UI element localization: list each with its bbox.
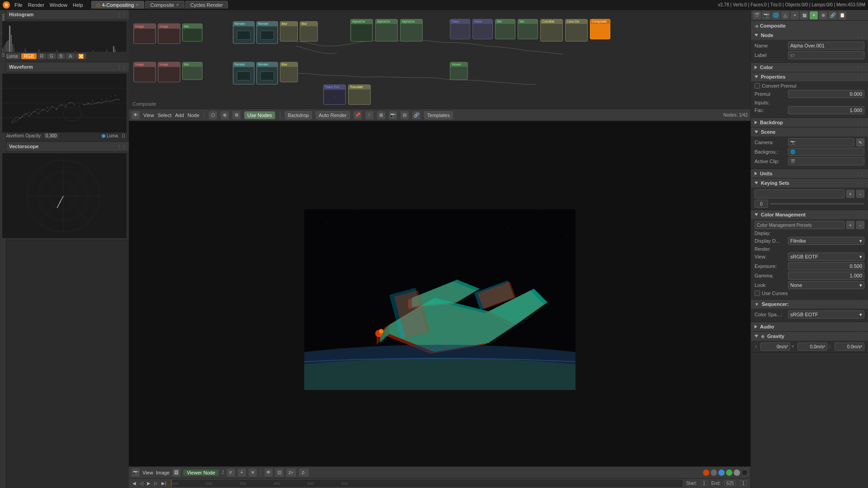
rp-sequencer-header[interactable]: ▼ Sequencer: ⋮⋮ [751,300,868,309]
toolbar-icon-link[interactable]: 🔗 [412,111,420,119]
timeline-next[interactable]: ▷ [154,481,158,486]
mini-node-16[interactable]: Lens Dis [565,19,588,42]
rp-properties-header[interactable]: Properties ⋮⋮ [751,72,868,81]
menu-file[interactable]: File [14,2,23,8]
rp-look-select[interactable]: None ▾ [788,281,864,289]
toolbar-node-label[interactable]: Node [188,113,199,118]
mini-node-r2-6[interactable]: Blur [280,62,298,82]
rp-backdrop-more[interactable]: ⋮⋮ [855,120,864,125]
timeline-scrubber[interactable]: 100 200 300 400 500 600 [170,480,683,487]
rp-icon-mat[interactable]: ⚬ [791,11,799,19]
viewer-color-black[interactable] [741,469,748,476]
rp-keying-input[interactable] [755,189,844,198]
toolbar-view-icon[interactable]: 👁 [132,111,140,119]
mini-node-r2-9[interactable]: Viewer [450,62,468,80]
rp-sequencer-more[interactable]: ⋮⋮ [855,302,864,307]
rp-gravity-more[interactable]: ⋮⋮ [855,334,864,339]
templates-btn[interactable]: Templates [424,111,453,119]
tab-cycles[interactable]: Cycles Render [185,1,228,9]
mini-node-14[interactable]: Mix [518,19,538,39]
timeline-frame-start[interactable]: 1 [701,480,708,486]
rp-fac-value[interactable]: 1.000 [788,106,864,114]
rp-keying-value[interactable]: 0 [755,200,768,208]
rp-camera-edit[interactable]: ✎ [856,138,864,146]
viewer-icon-close[interactable]: ✕ [249,469,257,477]
rp-scene-header[interactable]: Scene ⋮⋮ [751,127,868,136]
mini-node-3[interactable]: Mix [182,23,203,42]
vectorscope-header[interactable]: Vectorscope ⋮⋮ [0,142,129,151]
rp-audio-more[interactable]: ⋮⋮ [855,324,864,329]
rp-gamma-value[interactable]: 1.000 [788,272,864,280]
rp-convert-premul-checkbox[interactable] [755,83,760,89]
tab-compositing[interactable]: ⬡ 4-Compositing ✕ [91,1,145,9]
mini-node-11[interactable]: Glare [450,19,470,39]
viewer-icon-view2[interactable]: 👁 [264,469,273,477]
rp-icon-obj[interactable]: △ [781,11,789,19]
rp-gravity-y-value[interactable]: 0.0m/s² [797,343,827,351]
mini-node-15[interactable]: ColorBal [540,19,563,42]
waveform-arrows[interactable]: ⟨⟩ [122,133,125,139]
viewer-icon-add[interactable]: + [238,469,246,477]
rp-background-value[interactable]: 🌐 [788,148,864,156]
rp-cm-more[interactable]: ⋮⋮ [855,212,864,217]
rp-units-more[interactable]: ⋮⋮ [855,171,864,176]
mini-node-r2-2[interactable]: Image [158,62,180,82]
mini-node-10[interactable]: AlphaOvr [400,19,423,42]
rp-gravity-z-value[interactable]: 0.0m/s² [835,343,864,351]
vectorscope-more[interactable]: ⋮⋮ [117,144,126,149]
mini-node-r2-4[interactable]: Render [233,62,255,84]
timeline-play[interactable]: ▶ [147,481,151,486]
timeline-current-frame[interactable]: 1 [740,480,747,486]
rp-props-more[interactable]: ⋮⋮ [855,75,864,80]
mini-node-7[interactable]: Blur [300,21,318,42]
viewer-icon-z1[interactable]: Z+ [286,469,296,477]
rp-icon-constraint[interactable]: 🔗 [829,11,837,19]
viewer-image-label[interactable]: Image [156,470,170,475]
rp-cm-presets-add[interactable]: + [846,221,854,229]
rp-display-d-select[interactable]: Filmlke ▾ [788,237,864,245]
rp-color-more[interactable]: ⋮⋮ [855,65,864,70]
timeline-end[interactable]: ▶| [161,481,166,486]
toolbar-view-label[interactable]: View [143,113,154,118]
rp-camera-value[interactable]: 📷 [788,138,854,146]
rp-node-more[interactable]: ⋮⋮ [855,33,864,38]
mini-node-1[interactable]: Image [133,23,156,44]
rp-keying-slider[interactable] [770,203,864,205]
mini-node-r2-7[interactable]: Track Pos + [323,84,346,105]
mini-node-r2-8[interactable]: Translate [348,84,371,105]
waveform-luma-btn[interactable]: Luma [102,133,118,138]
toolbar-icon-snap[interactable]: ⊞ [377,111,385,119]
auto-render-btn[interactable]: Auto Render [316,111,350,119]
rp-scene-more[interactable]: ⋮⋮ [855,130,864,135]
rp-active-clip-value[interactable]: 🎬 [788,157,864,165]
rp-icon-render[interactable]: 📷 [762,11,770,19]
rp-gravity-x-value[interactable]: 0m/s² [760,343,790,351]
mini-node-2[interactable]: Image [158,23,180,44]
timeline-prev[interactable]: ◁ [140,481,143,486]
mini-node-r2-3[interactable]: Mix [182,62,203,80]
viewer-icon-type[interactable]: 🖼 [172,469,180,477]
use-nodes-btn[interactable]: Use Nodes [244,111,275,119]
menu-help[interactable]: Help [73,2,83,8]
viewer-icon-f[interactable]: F [227,469,235,477]
viewer-view-label[interactable]: View [142,470,153,475]
mini-node-composite[interactable]: Composite [590,19,610,39]
rp-use-curves-checkbox[interactable] [755,291,760,296]
mini-node-4[interactable]: Render [233,21,255,44]
menu-window[interactable]: Window [50,2,67,8]
viewer-icon-z2[interactable]: Z- [299,469,309,477]
rp-icon-world[interactable]: 🌐 [772,11,780,19]
hist-tab-r[interactable]: R [38,53,46,59]
toolbar-select-label[interactable]: Select [158,113,172,118]
rp-exposure-value[interactable]: 0.500 [788,262,864,270]
menu-render[interactable]: Render [28,2,44,8]
rp-node-name-value[interactable]: Alpha Over.001 [788,42,864,50]
rp-icon-physics[interactable]: ⊕ [819,11,827,19]
rp-units-header[interactable]: Units ⋮⋮ [751,169,868,178]
rp-backdrop-header[interactable]: Backdrop ⋮⋮ [751,118,868,127]
viewer-color-green[interactable] [726,469,732,476]
rp-cm-presets-label[interactable]: Color Management Presets [755,221,844,229]
rp-icon-data[interactable]: 📋 [838,11,846,19]
rp-icon-particle[interactable]: ✦ [810,11,818,19]
toolbar-icon-1[interactable]: ⬡ [209,111,217,119]
